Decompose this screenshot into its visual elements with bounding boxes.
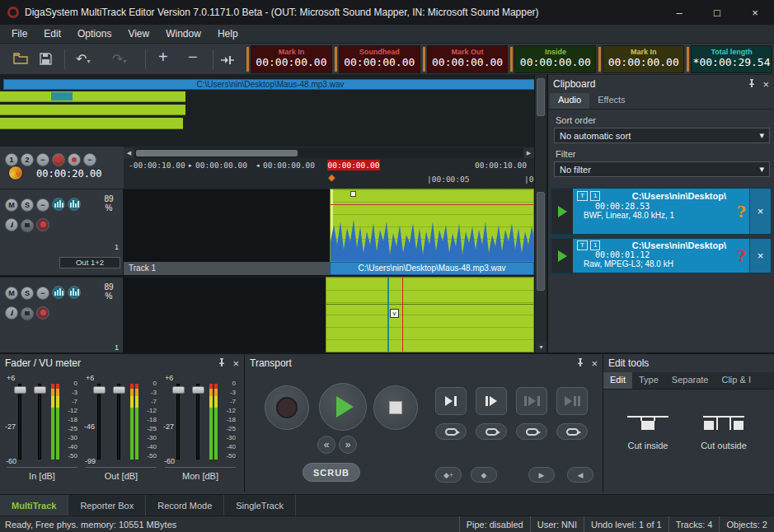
add-marker-button[interactable]: ◆+ bbox=[435, 467, 462, 483]
track2-audio-object[interactable]: v bbox=[326, 277, 534, 352]
tab-effects[interactable]: Effects bbox=[589, 93, 633, 109]
volume-point-marker[interactable]: v bbox=[390, 309, 399, 318]
mute-button[interactable]: M bbox=[5, 287, 18, 300]
menu-view[interactable]: View bbox=[120, 26, 157, 42]
edit-cursor-line[interactable] bbox=[387, 278, 389, 352]
layout-2-button[interactable]: 2 bbox=[21, 153, 34, 166]
stop-button[interactable] bbox=[373, 385, 418, 430]
tab-singletrack[interactable]: SingleTrack bbox=[224, 495, 296, 516]
clip-level-line[interactable] bbox=[331, 204, 533, 205]
lock-button[interactable] bbox=[21, 307, 34, 320]
prev-marker-button[interactable]: ◀ bbox=[567, 467, 593, 483]
fader-slider[interactable] bbox=[176, 384, 180, 460]
shuttle-wheel-icon[interactable] bbox=[8, 166, 23, 180]
tab-separate[interactable]: Separate bbox=[665, 372, 715, 389]
record-button[interactable] bbox=[265, 385, 309, 430]
timeline-ruler[interactable]: ◀ ▶ -00:00:10.00 ▸ 00:00:00.00 ◂ 00:00:0… bbox=[124, 146, 534, 189]
track1-audio-object[interactable] bbox=[330, 189, 534, 262]
close-panel-icon[interactable]: × bbox=[232, 357, 239, 370]
fader-slider[interactable] bbox=[97, 384, 101, 460]
cut-outside-button[interactable]: Cut outside bbox=[689, 397, 758, 466]
scroll-right-icon[interactable]: ▶ bbox=[523, 148, 534, 158]
maximize-button[interactable]: □ bbox=[698, 0, 736, 25]
filter-select[interactable]: No filter▾ bbox=[554, 161, 770, 177]
overview-segment[interactable] bbox=[51, 92, 73, 100]
fader-slider[interactable] bbox=[196, 384, 199, 460]
pin-icon[interactable] bbox=[576, 357, 584, 369]
vertical-scroll-thumb[interactable] bbox=[537, 192, 545, 291]
tab-multitrack[interactable]: MultiTrack bbox=[0, 495, 68, 516]
preview-play-button[interactable] bbox=[551, 239, 573, 273]
add-icon[interactable]: + bbox=[158, 48, 168, 67]
tab-record-mode[interactable]: Record Mode bbox=[146, 495, 224, 516]
record-enable-button[interactable] bbox=[52, 153, 65, 166]
horizontal-scroll-thumb[interactable] bbox=[136, 150, 298, 156]
remove-item-button[interactable]: × bbox=[749, 189, 771, 234]
fader-handle[interactable] bbox=[113, 386, 125, 394]
minimize-track-button[interactable]: − bbox=[36, 198, 49, 212]
meter-button[interactable] bbox=[68, 198, 81, 211]
skip-back-button[interactable]: « bbox=[317, 436, 335, 454]
tab-audio[interactable]: Audio bbox=[550, 93, 589, 109]
tab-clip[interactable]: Clip & I bbox=[715, 372, 757, 389]
overview-object[interactable]: C:\Users\nin\Desktop\Maus-48.mp3.wav bbox=[3, 79, 537, 90]
collapse-button[interactable]: − bbox=[36, 153, 49, 166]
overview-track-bar[interactable] bbox=[0, 105, 185, 115]
punch-button[interactable] bbox=[68, 153, 81, 166]
scroll-down-icon[interactable]: ▼ bbox=[536, 342, 546, 352]
overview-track-bar[interactable] bbox=[0, 118, 183, 129]
loop-button[interactable] bbox=[556, 423, 588, 440]
play-selection-button[interactable] bbox=[556, 387, 588, 415]
tab-type[interactable]: Type bbox=[632, 372, 665, 389]
menu-options[interactable]: Options bbox=[69, 26, 120, 42]
fader-handle[interactable] bbox=[192, 386, 204, 394]
solo-button[interactable]: S bbox=[21, 198, 34, 212]
menu-file[interactable]: File bbox=[3, 26, 35, 42]
output-selector[interactable]: Out 1+2 bbox=[59, 257, 120, 268]
skip-forward-button[interactable]: » bbox=[339, 436, 357, 454]
marker-button[interactable]: ◆ bbox=[471, 467, 497, 483]
clipboard-item-body[interactable]: T 1 C:\Users\nin\Desktop\ 00:00:01.12 Ra… bbox=[573, 239, 749, 273]
clipboard-item[interactable]: T 1 C:\Users\nin\Desktop\ 00:00:28.53 BW… bbox=[551, 188, 772, 235]
pin-icon[interactable] bbox=[748, 78, 756, 90]
record-arm-button[interactable] bbox=[36, 218, 49, 231]
close-button[interactable]: × bbox=[736, 0, 774, 25]
loop-button[interactable] bbox=[476, 423, 507, 440]
fader-handle[interactable] bbox=[34, 386, 46, 394]
layout-1-button[interactable]: 1 bbox=[5, 153, 18, 166]
record-arm-button[interactable] bbox=[36, 306, 49, 320]
redo-icon[interactable]: ↷▾ bbox=[112, 51, 126, 67]
play-between-marks-button[interactable] bbox=[516, 387, 547, 415]
scrub-button[interactable]: SCRUB bbox=[303, 463, 360, 482]
tab-reporter-box[interactable]: Reporter Box bbox=[68, 495, 146, 516]
close-panel-icon[interactable]: × bbox=[591, 357, 598, 370]
open-folder-icon[interactable] bbox=[13, 53, 28, 68]
menu-window[interactable]: Window bbox=[157, 26, 209, 42]
remove-marker-button[interactable]: − bbox=[83, 153, 96, 166]
undo-icon[interactable]: ↶▾ bbox=[76, 51, 90, 67]
fader-handle[interactable] bbox=[14, 386, 26, 394]
cut-inside-button[interactable]: Cut inside bbox=[613, 397, 683, 466]
preview-play-button[interactable] bbox=[551, 189, 573, 234]
next-marker-button[interactable]: ▶ bbox=[528, 467, 555, 483]
info-button[interactable]: i bbox=[5, 306, 18, 320]
menu-edit[interactable]: Edit bbox=[35, 26, 69, 42]
clipboard-item[interactable]: T 1 C:\Users\nin\Desktop\ 00:00:01.12 Ra… bbox=[551, 238, 772, 273]
play-from-mark-button[interactable] bbox=[476, 387, 507, 415]
info-button[interactable]: i bbox=[5, 218, 18, 231]
fader-slider[interactable] bbox=[117, 384, 120, 460]
soundhead-marker-icon[interactable]: ◆ bbox=[328, 172, 335, 183]
vertical-scroll-thumb[interactable] bbox=[537, 78, 545, 116]
fader-slider[interactable] bbox=[38, 384, 41, 460]
mute-button[interactable]: M bbox=[5, 198, 18, 212]
meter-button[interactable] bbox=[52, 286, 65, 299]
meter-button[interactable] bbox=[52, 198, 65, 211]
pin-icon[interactable] bbox=[218, 357, 226, 369]
save-icon[interactable] bbox=[40, 53, 52, 68]
solo-button[interactable]: S bbox=[21, 287, 34, 300]
meter-button[interactable] bbox=[68, 286, 81, 299]
undo-dropdown-caret[interactable]: ▾ bbox=[87, 58, 90, 65]
play-to-mark-button[interactable] bbox=[435, 387, 467, 415]
play-button[interactable] bbox=[319, 383, 367, 431]
loop-button[interactable] bbox=[435, 423, 467, 440]
